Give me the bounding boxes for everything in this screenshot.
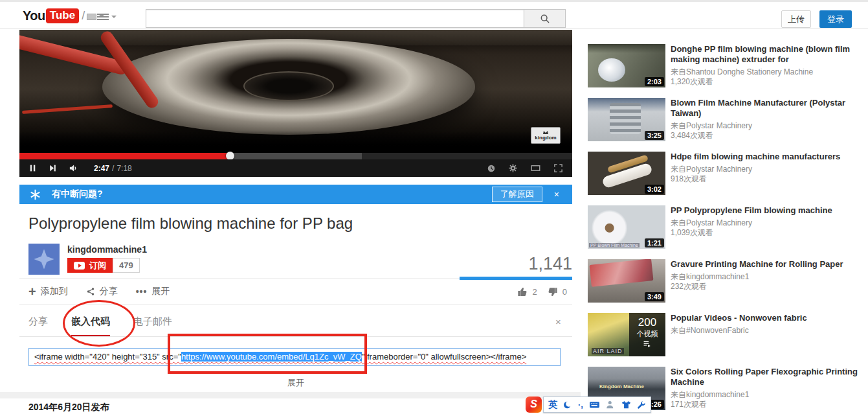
volume-button[interactable]: [69, 163, 78, 173]
logo-tube-text: Tube: [46, 8, 79, 23]
section-divider: [19, 305, 572, 305]
banner-message: 有中断问题?: [52, 189, 103, 200]
video-thumbnail[interactable]: 2:03: [588, 44, 665, 87]
settings-button[interactable]: [508, 163, 518, 173]
ime-icon-bar: 英 ·,: [543, 397, 651, 413]
related-video-item[interactable]: 3:25 Blown Film Machine Manufacturer (Po…: [588, 98, 863, 141]
tabs-divider: [19, 336, 572, 337]
duration-badge: 3:49: [645, 292, 664, 301]
share-panel-close-icon[interactable]: ×: [555, 316, 561, 327]
guide-menu-button[interactable]: [97, 12, 117, 21]
next-button[interactable]: [49, 164, 57, 172]
channel-watermark: kingdom: [531, 127, 561, 144]
views-sentiment-bar: [460, 277, 572, 280]
upload-button[interactable]: 上传: [781, 10, 811, 28]
related-video-title[interactable]: Popular Videos - Nonwoven fabric: [671, 313, 863, 323]
more-actions-button[interactable]: ••• 展开: [136, 286, 170, 297]
signin-button[interactable]: 登录: [819, 10, 852, 28]
share-button[interactable]: 分享: [86, 286, 118, 297]
video-thumbnail[interactable]: 3:02: [588, 152, 665, 195]
subscribe-label: 订阅: [89, 260, 106, 271]
time-display: 2:47 / 7:18: [94, 164, 132, 173]
video-frame[interactable]: kingdom: [19, 30, 572, 153]
related-video-title[interactable]: Hdpe film blowing machine manufacturers: [671, 152, 863, 162]
video-actions: + 添加到 分享 ••• 展开: [28, 286, 170, 297]
thumbs-down-icon[interactable]: [547, 286, 558, 297]
hamburger-icon: [97, 12, 109, 21]
add-to-label: 添加到: [41, 286, 68, 297]
duration-badge: 3:25: [645, 131, 664, 140]
video-thumbnail[interactable]: PP Blown Film Machine 1:21: [588, 205, 665, 249]
star-burst-icon: [30, 189, 41, 200]
avatar-star-icon: [33, 248, 55, 270]
related-video-item[interactable]: 3:02 Hdpe film blowing machine manufactu…: [588, 152, 863, 195]
related-video-title[interactable]: PP Polypropylene Film blowing machine: [671, 205, 863, 216]
ime-soft-keyboard-button[interactable]: [589, 399, 600, 410]
thumbnail-caption: Kingdom Machine: [598, 384, 645, 389]
embed-expand-button[interactable]: 展开: [19, 377, 572, 389]
ime-punctuation-toggle[interactable]: ·,: [578, 400, 583, 409]
ime-halfwidth-button[interactable]: [563, 400, 572, 409]
sogou-logo-icon[interactable]: S: [526, 397, 542, 413]
related-video-channel: 来自kingdommachine1: [671, 389, 863, 400]
embed-code-field[interactable]: <iframe width="420" height="315" src="ht…: [28, 348, 561, 366]
ime-skin-button[interactable]: [621, 400, 631, 409]
video-thumbnail[interactable]: 3:25: [588, 98, 665, 141]
watch-later-button[interactable]: [487, 164, 496, 173]
header: You Tube / 上传 登录: [0, 0, 868, 29]
tab-embed[interactable]: 嵌入代码: [71, 316, 110, 337]
video-player[interactable]: kingdom 2:47 / 7:18: [19, 30, 572, 177]
related-video-title[interactable]: Blown Film Machine Manufacturer (Polysta…: [671, 98, 863, 119]
subscriber-count: 479: [113, 258, 140, 273]
add-to-button[interactable]: + 添加到: [28, 286, 68, 297]
playlist-count-overlay: 200 个视频: [629, 313, 665, 356]
channel-avatar[interactable]: [28, 244, 60, 275]
related-video-item[interactable]: PP Blown Film Machine 1:21 PP Polypropyl…: [588, 205, 863, 249]
ime-language-toggle[interactable]: 英: [548, 399, 557, 411]
related-video-item[interactable]: 3:49 Gravure Printing Machine for Rollin…: [588, 259, 863, 303]
related-video-views: 232次观看: [671, 282, 863, 292]
related-playlist-item[interactable]: AIR LAID 200 个视频 Popular Videos - Nonwov…: [588, 313, 863, 356]
related-video-item[interactable]: 2:03 Donghe PP film blowing machine (blo…: [588, 44, 863, 87]
tab-email[interactable]: 电子邮件: [133, 316, 172, 337]
search-input[interactable]: [146, 9, 524, 28]
youtube-logo[interactable]: You Tube /: [23, 8, 104, 23]
playlist-thumbnail[interactable]: AIR LAID 200 个视频: [588, 313, 665, 356]
pause-button[interactable]: [28, 164, 37, 172]
related-video-title[interactable]: Gravure Printing Machine for Rolling Pap…: [671, 259, 863, 270]
volume-icon: [69, 163, 78, 173]
wrench-icon: [637, 400, 646, 409]
related-video-title[interactable]: Six Colors Rolling Paper Flexographic Pr…: [671, 367, 863, 387]
progress-bar[interactable]: [19, 153, 572, 159]
related-video-views: 918次观看: [671, 174, 863, 184]
next-icon: [49, 164, 57, 172]
related-video-title[interactable]: Donghe PP film blowing machine (blown fi…: [671, 44, 863, 65]
watermark-text: kingdom: [535, 135, 556, 141]
played-bar: [19, 153, 230, 159]
youtube-watch-page: You Tube / 上传 登录: [0, 0, 868, 414]
fullscreen-button[interactable]: [553, 163, 563, 173]
embed-code-selected-url: https://www.youtube.com/embed/Lq1Zc_vW_Z…: [181, 352, 362, 362]
current-time: 2:47: [94, 164, 109, 173]
video-thumbnail[interactable]: 3:49: [588, 259, 665, 303]
related-video-channel: 来自Shantou Donghe Stationery Machine: [671, 67, 863, 77]
subscribe-row: 订阅 479: [67, 258, 140, 273]
ime-account-button[interactable]: [606, 400, 616, 409]
ime-settings-button[interactable]: [637, 400, 646, 409]
channel-name-link[interactable]: kingdommachine1: [67, 244, 147, 255]
person-icon: [606, 400, 616, 409]
tab-share[interactable]: 分享: [28, 316, 48, 337]
thumbs-up-icon[interactable]: [517, 286, 528, 297]
learn-why-button[interactable]: 了解原因: [492, 187, 542, 202]
embed-code-pre: <iframe width="420" height="315" src=": [34, 352, 181, 362]
subscribe-button[interactable]: 订阅: [67, 258, 113, 273]
share-icon: [86, 287, 95, 296]
video-title: Polypropylene film blowing machine for P…: [28, 214, 559, 233]
theater-mode-button[interactable]: [530, 163, 541, 173]
like-count: 2: [533, 287, 537, 297]
related-video-views: 3,484次观看: [671, 131, 863, 141]
related-video-views: 171次观看: [671, 400, 863, 409]
search-button[interactable]: [524, 9, 566, 28]
banner-close-icon[interactable]: ×: [554, 189, 559, 200]
moon-icon: [563, 400, 572, 409]
